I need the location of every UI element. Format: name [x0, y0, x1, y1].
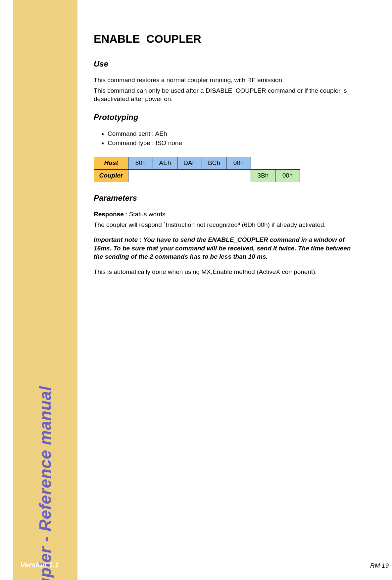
empty-cell: [275, 157, 300, 169]
coupler-cell: 00h: [275, 169, 300, 182]
sidebar: Coupler - Reference manual Version 1.1: [13, 0, 77, 580]
response-line: Response : Status words: [94, 210, 352, 219]
sidebar-version: Version 1.1: [20, 561, 59, 569]
empty-cell: [128, 169, 251, 182]
prototyping-table: Host 80h AEh DAh BCh 00h Coupler 3Bh 00h: [94, 157, 300, 182]
response-text: : Status words: [124, 211, 166, 218]
parameters-heading: Parameters: [94, 193, 352, 203]
auto-paragraph: This is automatically done when using MX…: [94, 268, 352, 276]
sidebar-title: Coupler - Reference manual: [36, 386, 55, 580]
coupler-cell: 3Bh: [251, 169, 275, 182]
use-heading: Use: [94, 59, 352, 69]
important-note: Important note : You have to send the EN…: [94, 236, 352, 261]
response-paragraph: The coupler will respond ´Instruction no…: [94, 221, 352, 229]
list-item: Command sent : AEh: [108, 129, 352, 139]
table-row-coupler: Coupler 3Bh 00h: [94, 169, 300, 182]
host-cell: 80h: [128, 157, 153, 169]
prototyping-list: Command sent : AEh Command type : ISO no…: [94, 129, 352, 148]
response-label: Response: [94, 211, 124, 218]
host-cell: AEh: [153, 157, 177, 169]
host-cell: DAh: [177, 157, 202, 169]
page-title: ENABLE_COUPLER: [94, 32, 352, 45]
use-paragraph-1: This command restores a normal coupler r…: [94, 76, 352, 84]
coupler-row-label: Coupler: [94, 169, 128, 182]
use-block: This command restores a normal coupler r…: [94, 76, 352, 103]
host-cell: BCh: [202, 157, 226, 169]
empty-cell: [251, 157, 275, 169]
content: ENABLE_COUPLER Use This command restores…: [94, 32, 352, 278]
page: Coupler - Reference manual Version 1.1 E…: [0, 0, 392, 580]
list-item: Command type : ISO none: [108, 138, 352, 148]
use-paragraph-2: This command can only be used after a DI…: [94, 86, 352, 103]
host-cell: 00h: [226, 157, 251, 169]
host-row-label: Host: [94, 157, 128, 169]
prototyping-heading: Prototyping: [94, 113, 352, 122]
footer-page-number: RM 19: [370, 562, 389, 569]
table-row-host: Host 80h AEh DAh BCh 00h: [94, 157, 300, 169]
